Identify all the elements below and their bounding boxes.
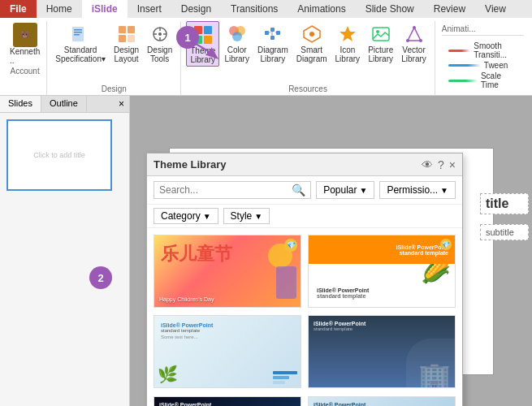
tab-home[interactable]: Home: [37, 0, 82, 18]
main-area: Slides Outline × 1 Click to add title 2 …: [0, 96, 532, 406]
smart-diagram-button[interactable]: SmartDiagram: [293, 21, 331, 65]
vector-library-icon: [403, 23, 426, 45]
account-name: Kenneth ..: [10, 47, 40, 65]
annotation-2-label: 2: [97, 272, 103, 284]
tab-islide[interactable]: iSlide: [82, 0, 128, 18]
theme-card-4[interactable]: iSlide® PowerPoint standard template 🏢: [308, 315, 456, 388]
slides-list: 1 Click to add title: [0, 113, 129, 406]
svg-rect-7: [128, 35, 135, 42]
design-layout-icon: [115, 23, 138, 45]
color-library-label: ColorLibrary: [224, 45, 249, 63]
tab-design[interactable]: Design: [171, 0, 221, 18]
permission-dropdown-arrow-icon: ▼: [440, 186, 448, 195]
design-tools-button[interactable]: DesignTools: [144, 21, 175, 65]
theme-card-3[interactable]: iSlide® PowerPoint standard template Som…: [154, 315, 301, 388]
theme-panel-help-icon[interactable]: ?: [438, 158, 444, 171]
standard-spec-icon: [69, 23, 92, 45]
svg-point-25: [309, 32, 314, 37]
slide-item-1[interactable]: 1 Click to add title: [6, 119, 123, 191]
tween-item[interactable]: Tween: [448, 60, 517, 71]
icon-library-button[interactable]: IconLibrary: [332, 21, 364, 65]
tween-label: Tween: [484, 61, 508, 70]
design-tools-label: DesignTools: [147, 45, 172, 63]
vector-library-button[interactable]: VectorLibrary: [398, 21, 430, 65]
icon-library-label: IconLibrary: [335, 45, 361, 63]
design-layout-button[interactable]: DesignLayout: [110, 21, 142, 65]
ribbon-tabs: Home iSlide Insert Design Transitions An…: [37, 0, 532, 18]
tab-insert[interactable]: Insert: [128, 0, 171, 18]
svg-point-9: [158, 32, 162, 36]
scale-time-item[interactable]: Scale Time: [448, 71, 517, 90]
icon-library-icon: [336, 23, 359, 45]
svg-rect-17: [265, 31, 269, 35]
slide-thumbnail-1[interactable]: Click to add title: [6, 119, 112, 191]
design-group-label: Design: [52, 83, 175, 95]
color-library-button[interactable]: ColorLibrary: [221, 21, 253, 65]
diagram-library-label: DiagramLibrary: [257, 45, 288, 63]
svg-rect-13: [204, 36, 212, 44]
picture-library-label: PictureLibrary: [368, 45, 393, 63]
picture-library-icon: [370, 23, 392, 45]
title-bar: File Home iSlide Insert Design Transitio…: [0, 0, 532, 18]
popular-dropdown[interactable]: Popular ▼: [316, 181, 374, 199]
tab-animations[interactable]: Animations: [288, 0, 355, 18]
panel-close-button[interactable]: ×: [114, 96, 129, 112]
animations-label: Animati...: [442, 24, 524, 36]
theme-panel-close-icon[interactable]: ×: [449, 158, 456, 171]
theme-filter-area: Category ▼ Style ▼: [147, 205, 462, 228]
svg-rect-1: [74, 29, 82, 31]
search-icon: 🔍: [292, 184, 305, 197]
tab-review[interactable]: Review: [424, 0, 475, 18]
svg-rect-4: [119, 26, 126, 33]
annotation-1-label: 1: [184, 32, 190, 44]
design-layout-label: DesignLayout: [114, 45, 139, 63]
tab-transitions[interactable]: Transitions: [221, 0, 288, 18]
tab-view[interactable]: View: [475, 0, 516, 18]
account-avatar[interactable]: 🐻: [13, 23, 37, 47]
category-filter[interactable]: Category ▼: [154, 208, 218, 224]
annotation-circle-2: 2: [89, 266, 112, 289]
file-tab[interactable]: File: [0, 0, 37, 18]
theme-library-panel: Theme Library 👁 ? × 🔍 Popular ▼ Permissi…: [146, 153, 463, 406]
design-tools-icon: [149, 23, 171, 45]
picture-library-button[interactable]: PictureLibrary: [365, 21, 396, 65]
standard-spec-button[interactable]: StandardSpecification▾: [52, 21, 109, 65]
svg-rect-5: [128, 26, 135, 33]
style-filter[interactable]: Style ▼: [223, 208, 270, 224]
smooth-line-icon: [448, 50, 470, 52]
resources-group-label: Resources: [186, 83, 430, 95]
scale-time-label: Scale Time: [481, 71, 517, 89]
svg-rect-11: [204, 26, 212, 34]
popular-dropdown-arrow-icon: ▼: [360, 186, 368, 195]
theme-panel-title: Theme Library: [154, 158, 422, 171]
theme-panel-eye-icon[interactable]: 👁: [422, 158, 433, 171]
slides-tab[interactable]: Slides: [0, 96, 41, 112]
search-input[interactable]: [159, 184, 292, 196]
account-section-label: Account: [10, 65, 40, 77]
theme-card-5[interactable]: iSlide® PowerPoint standard template: [154, 396, 301, 406]
theme-card-2[interactable]: iSlide® PowerPointstandard template 🌽 iS…: [308, 235, 456, 308]
animation-items: Smooth Transiti... Tween Scale Time: [442, 39, 524, 92]
theme-panel-header: Theme Library 👁 ? ×: [147, 153, 462, 176]
outline-tab[interactable]: Outline: [41, 96, 87, 112]
vector-library-label: VectorLibrary: [401, 45, 426, 63]
smooth-transition-item[interactable]: Smooth Transiti...: [448, 41, 517, 60]
tween-line-icon: [448, 64, 481, 67]
svg-point-31: [419, 39, 422, 42]
svg-rect-3: [74, 34, 80, 36]
theme-card-1[interactable]: 乐儿童节 Happy Children's Day 💎: [154, 235, 301, 308]
svg-rect-19: [276, 31, 280, 35]
svg-rect-18: [270, 28, 275, 32]
svg-marker-26: [340, 26, 356, 41]
tab-slideshow[interactable]: Slide Show: [356, 0, 424, 18]
diagram-library-icon: [262, 23, 284, 45]
theme-card-6[interactable]: iSlide® PowerPoint standard template. 🏙: [308, 396, 456, 406]
permission-dropdown-label: Permissio...: [387, 184, 438, 196]
permission-dropdown[interactable]: Permissio... ▼: [379, 181, 456, 199]
svg-rect-2: [74, 32, 82, 33]
resources-group: ThemeLibrary ColorLibrary DiagramLibrary: [181, 21, 435, 95]
card-2-badge: 💎: [440, 239, 452, 250]
card-1-badge: 💎: [284, 239, 297, 252]
diagram-library-button[interactable]: DiagramLibrary: [254, 21, 292, 65]
scale-line-icon: [448, 80, 478, 82]
